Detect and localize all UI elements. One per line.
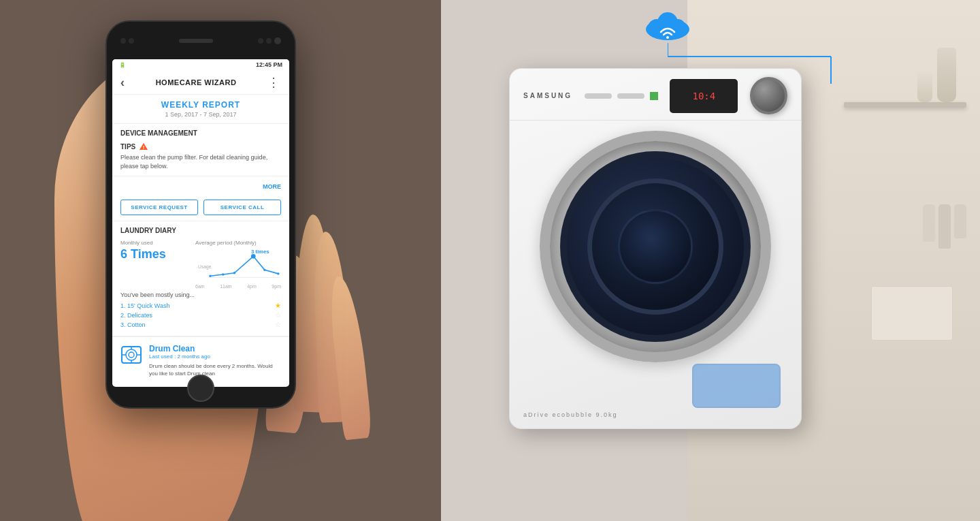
- monthly-used-value: 6 Times: [120, 247, 189, 262]
- svg-point-24: [129, 352, 134, 358]
- mostly-using-intro: You've been mostly using...: [120, 291, 281, 298]
- svg-point-4: [666, 36, 669, 39]
- chart-label-9pm: 9pm: [272, 284, 281, 289]
- home-button[interactable]: [187, 375, 214, 402]
- chart-label-4pm: 4pm: [247, 284, 257, 289]
- svg-point-19: [263, 269, 265, 271]
- front-camera: [120, 38, 126, 44]
- wash-item-1: 1. 15' Quick Wash ★: [120, 302, 281, 309]
- cloud-wifi-icon: [640, 3, 695, 44]
- svg-point-3: [657, 12, 678, 33]
- sensor-3: [266, 38, 272, 44]
- monthly-used-label: Monthly used: [120, 240, 189, 246]
- svg-point-17: [233, 272, 235, 274]
- svg-point-23: [126, 349, 137, 360]
- laundry-diary-section: LAUNDRY DIARY Monthly used 6 Times Avera…: [112, 221, 289, 291]
- svg-point-15: [209, 275, 211, 277]
- drum-clean-description: Drum clean should be done every 2 months…: [149, 362, 281, 377]
- bathroom-towels: [871, 286, 953, 341]
- svg-text:3 times: 3 times: [251, 249, 270, 255]
- more-menu-button[interactable]: ⋮: [267, 75, 281, 90]
- chart-x-labels: 6am 11am 4pm 9pm: [195, 284, 281, 289]
- report-date: 1 Sep, 2017 - 7 Sep, 2017: [112, 111, 289, 118]
- washing-machine: SAMSUNG 10:4: [509, 68, 802, 429]
- drum-clean-info: Drum Clean Last used : 2 months ago Drum…: [149, 344, 281, 377]
- phone-speaker: [179, 39, 213, 43]
- tips-text: Please clean the pump filter. For detail…: [120, 153, 281, 170]
- svg-point-20: [277, 272, 279, 274]
- battery-icon: 🔋: [119, 62, 126, 68]
- wash-item-3: 3. Cotton ☆: [120, 321, 281, 328]
- laundry-stats: Monthly used 6 Times Average period (Mon…: [120, 240, 281, 281]
- bg-right: SAMSUNG 10:4: [441, 0, 980, 521]
- app-header: ‹ HOMECARE WIZARD ⋮: [112, 71, 289, 95]
- drum-clean-icon: [120, 344, 142, 366]
- drum-last-used: Last used : 2 months ago: [149, 353, 281, 360]
- laundry-diary-label: LAUNDRY DIARY: [120, 227, 281, 234]
- tips-header: TIPS !: [120, 142, 281, 151]
- sensor-1: [129, 38, 134, 44]
- service-call-button[interactable]: SERVICE CALL: [203, 200, 281, 215]
- tips-label: TIPS: [120, 143, 135, 151]
- average-period-chart: Average period (Monthly) 3 times Usage: [195, 240, 281, 281]
- star-icon-3: ☆: [275, 321, 281, 328]
- usage-chart-svg: 3 times Usage: [195, 247, 281, 281]
- phone-screen: 🔋 12:45 PM ‹ HOMECARE WIZARD ⋮ WEEKLY RE…: [112, 59, 289, 387]
- tips-section: TIPS ! Please clean the pump filter. For…: [112, 140, 289, 176]
- last-used-label: Last used :: [149, 353, 176, 360]
- svg-point-16: [222, 274, 224, 276]
- selfie-camera: [274, 37, 281, 44]
- soap-bottles: [923, 204, 966, 249]
- wash-item-1-name: 1. 15' Quick Wash: [120, 302, 169, 309]
- wash-item-2-name: 2. Delicates: [120, 312, 152, 319]
- warning-icon: !: [139, 142, 148, 151]
- monthly-used: Monthly used 6 Times: [120, 240, 189, 281]
- report-title: WEEKLY REPORT: [112, 100, 289, 110]
- phone: 🔋 12:45 PM ‹ HOMECARE WIZARD ⋮ WEEKLY RE…: [105, 20, 296, 409]
- mostly-using-section: You've been mostly using... 1. 15' Quick…: [112, 291, 289, 336]
- chart-title: Average period (Monthly): [195, 240, 281, 246]
- back-button[interactable]: ‹: [120, 76, 125, 90]
- phone-notch: [107, 22, 295, 59]
- star-icon-2: ☆: [275, 311, 281, 319]
- chart-label-6am: 6am: [195, 284, 205, 289]
- drum-clean-svg: [120, 344, 142, 366]
- service-buttons: SERVICE REQUEST SERVICE CALL: [112, 194, 289, 221]
- wash-item-2: 2. Delicates ☆: [120, 311, 281, 319]
- cloud-container: [640, 3, 695, 44]
- last-used-value: 2 months ago: [177, 353, 210, 360]
- service-request-button[interactable]: SERVICE REQUEST: [120, 200, 198, 215]
- device-management-label: DEVICE MANAGEMENT: [112, 124, 289, 140]
- svg-text:!: !: [143, 144, 145, 151]
- washer-brand-text: SAMSUNG: [523, 92, 572, 99]
- more-link[interactable]: MORE: [112, 176, 289, 194]
- svg-text:Usage: Usage: [198, 264, 212, 270]
- weekly-report-section: WEEKLY REPORT 1 Sep, 2017 - 7 Sep, 2017: [112, 95, 289, 124]
- drum-clean-title: Drum Clean: [149, 344, 281, 353]
- svg-point-18: [252, 255, 255, 257]
- star-icon-1: ★: [275, 302, 281, 309]
- hand-phone-container: 🔋 12:45 PM ‹ HOMECARE WIZARD ⋮ WEEKLY RE…: [0, 0, 436, 521]
- device-management-section: DEVICE MANAGEMENT TIPS ! Please clean th…: [112, 124, 289, 194]
- connection-lines: [668, 43, 926, 97]
- wash-item-3-name: 3. Cotton: [120, 321, 146, 328]
- app-title: HOMECARE WIZARD: [156, 78, 237, 86]
- status-bar: 🔋 12:45 PM: [112, 59, 289, 71]
- status-time: 12:45 PM: [256, 61, 282, 68]
- bathroom-shelf: [844, 102, 966, 108]
- sensor-2: [258, 38, 263, 44]
- chart-label-11am: 11am: [220, 284, 232, 289]
